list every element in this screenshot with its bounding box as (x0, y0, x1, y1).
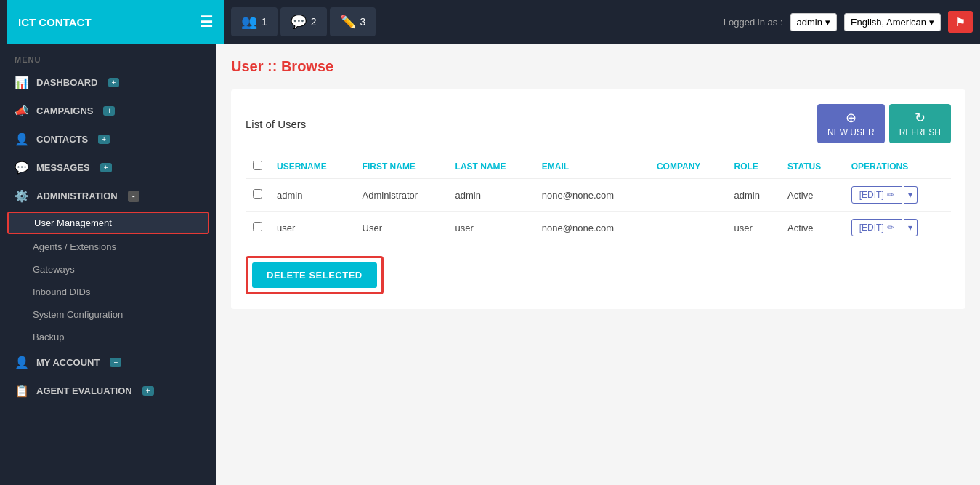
table-row: admin Administrator admin none@none.com … (246, 179, 951, 212)
sidebar-subitem-user-management[interactable]: User Management (7, 212, 209, 234)
ops-group-0: [EDIT] ✏ ▾ (851, 186, 944, 204)
cell-firstname-1: User (355, 212, 448, 244)
cell-status-0: Active (780, 179, 844, 212)
cell-email-0: none@none.com (535, 179, 649, 212)
cell-company-1 (649, 212, 727, 244)
sidebar-item-agent-evaluation[interactable]: 📋 AGENT EVALUATION + (0, 377, 216, 405)
cell-username-0: admin (270, 179, 355, 212)
messages-icon: 💬 (15, 161, 29, 175)
edit-button-0[interactable]: [EDIT] ✏ (851, 186, 902, 204)
chevron-down-icon-lang: ▾ (929, 17, 934, 28)
contacts-icon: 👤 (15, 132, 29, 146)
col-last-name: LAST NAME (448, 155, 535, 179)
sidebar-item-dashboard[interactable]: 📊 DASHBOARD + (0, 68, 216, 97)
nav-tab-1[interactable]: 👥 1 (231, 7, 278, 36)
contacts-badge: + (98, 135, 110, 144)
dashboard-label: DASHBOARD (36, 77, 98, 88)
sidebar-subitem-inbound-dids[interactable]: Inbound DIDs (0, 281, 216, 303)
delete-selected-button[interactable]: DELETE SELECTED (252, 262, 377, 288)
brand-name: ICT CONTACT (18, 16, 92, 28)
pencil-icon-0: ✏ (887, 190, 894, 200)
contacts-label: CONTACTS (36, 134, 88, 145)
campaigns-icon: 📣 (15, 104, 29, 118)
flag-button[interactable]: ⚑ (948, 11, 973, 33)
sidebar-item-campaigns[interactable]: 📣 CAMPAIGNS + (0, 97, 216, 125)
col-role: ROLE (727, 155, 780, 179)
sidebar-item-administration[interactable]: ⚙️ ADMINISTRATION - (0, 182, 216, 210)
new-user-label: NEW USER (827, 127, 875, 137)
sidebar-item-contacts[interactable]: 👤 CONTACTS + (0, 125, 216, 153)
edit-icon: ✏️ (340, 14, 356, 30)
cell-status-1: Active (780, 212, 844, 244)
agent-evaluation-label: AGENT EVALUATION (36, 385, 132, 396)
action-buttons: ⊕ NEW USER ↻ REFRESH (817, 104, 951, 143)
chevron-down-icon: ▾ (825, 17, 830, 28)
edit-dropdown-0[interactable]: ▾ (904, 186, 918, 204)
cell-email-1: none@none.com (535, 212, 649, 244)
col-first-name: FIRST NAME (355, 155, 448, 179)
edit-dropdown-1[interactable]: ▾ (904, 219, 918, 236)
users-table: USERNAME FIRST NAME LAST NAME EMAIL COMP… (246, 155, 951, 244)
campaigns-label: CAMPAIGNS (36, 105, 93, 116)
administration-icon: ⚙️ (15, 189, 29, 203)
user-management-label: User Management (34, 217, 112, 228)
hamburger-icon[interactable]: ☰ (200, 13, 213, 31)
list-header: List of Users ⊕ NEW USER ↻ REFRESH (246, 104, 951, 143)
top-navbar: ICT CONTACT ☰ 👥 1 💬 2 ✏️ 3 Logged in as … (0, 0, 980, 44)
inbound-dids-label: Inbound DIDs (33, 286, 91, 297)
current-user: admin (797, 17, 822, 28)
messages-badge: + (100, 163, 112, 172)
cell-ops-0: [EDIT] ✏ ▾ (844, 179, 951, 212)
campaigns-badge: + (103, 106, 115, 116)
edit-button-1[interactable]: [EDIT] ✏ (851, 219, 902, 236)
sidebar-subitem-system-configuration[interactable]: System Configuration (0, 303, 216, 326)
menu-label: MENU (0, 44, 216, 68)
gateways-label: Gateways (33, 264, 75, 275)
content-area: User :: Browse List of Users ⊕ NEW USER … (216, 44, 980, 485)
sidebar-subitem-agents-extensions[interactable]: Agents / Extensions (0, 236, 216, 258)
row-checkbox-0[interactable] (253, 189, 262, 199)
cell-lastname-0: admin (448, 179, 535, 212)
refresh-icon: ↻ (915, 110, 926, 126)
col-email: EMAIL (535, 155, 649, 179)
sidebar: MENU 📊 DASHBOARD + 📣 CAMPAIGNS + 👤 CONTA… (0, 44, 216, 485)
col-operations: OPERATIONS (844, 155, 951, 179)
dashboard-icon: 📊 (15, 76, 29, 89)
nav-tabs-group: 👥 1 💬 2 ✏️ 3 (231, 7, 376, 36)
chat-icon: 💬 (291, 14, 307, 30)
logged-in-label: Logged in as : (724, 17, 783, 28)
agent-evaluation-badge: + (142, 386, 154, 396)
my-account-label: MY ACCOUNT (36, 357, 100, 368)
row-checkbox-1[interactable] (253, 222, 262, 231)
system-configuration-label: System Configuration (33, 309, 123, 320)
sidebar-subitem-gateways[interactable]: Gateways (0, 258, 216, 281)
edit-label-0: [EDIT] (859, 190, 884, 200)
sidebar-item-messages[interactable]: 💬 MESSAGES + (0, 153, 216, 182)
sidebar-subitem-backup[interactable]: Backup (0, 326, 216, 348)
brand: ICT CONTACT ☰ (7, 0, 224, 44)
plus-circle-icon: ⊕ (846, 110, 857, 126)
main-layout: MENU 📊 DASHBOARD + 📣 CAMPAIGNS + 👤 CONTA… (0, 44, 980, 485)
cell-ops-1: [EDIT] ✏ ▾ (844, 212, 951, 244)
nav-right: Logged in as : admin ▾ English, American… (724, 11, 973, 33)
select-all-checkbox[interactable] (253, 161, 262, 170)
pencil-icon-1: ✏ (887, 223, 894, 233)
cell-firstname-0: Administrator (355, 179, 448, 212)
cell-lastname-1: user (448, 212, 535, 244)
refresh-label: REFRESH (899, 127, 941, 137)
sidebar-item-my-account[interactable]: 👤 MY ACCOUNT + (0, 348, 216, 377)
tab3-count: 3 (360, 16, 366, 28)
list-panel: List of Users ⊕ NEW USER ↻ REFRESH (231, 89, 965, 309)
user-dropdown[interactable]: admin ▾ (790, 13, 837, 31)
refresh-button[interactable]: ↻ REFRESH (889, 104, 951, 143)
nav-tab-2[interactable]: 💬 2 (280, 7, 327, 36)
page-title: User :: Browse (231, 58, 965, 75)
language-dropdown[interactable]: English, American ▾ (844, 13, 941, 31)
current-language: English, American (851, 17, 926, 28)
table-row: user User user none@none.com user Active… (246, 212, 951, 244)
administration-badge: - (128, 191, 139, 202)
messages-label: MESSAGES (36, 162, 90, 173)
new-user-button[interactable]: ⊕ NEW USER (817, 104, 885, 143)
nav-tab-3[interactable]: ✏️ 3 (330, 7, 376, 36)
edit-label-1: [EDIT] (859, 223, 884, 233)
